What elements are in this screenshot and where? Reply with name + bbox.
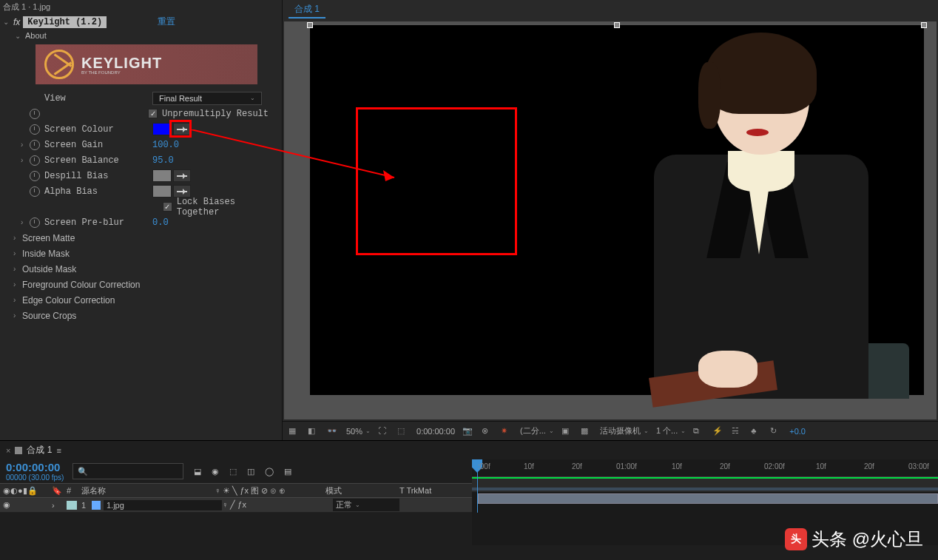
lock-biases-checkbox[interactable]: ✓ xyxy=(163,202,172,212)
layer-name[interactable]: 1.jpg xyxy=(104,500,222,510)
draft3d-icon[interactable]: ◉ xyxy=(212,467,219,476)
stopwatch-icon[interactable] xyxy=(30,109,40,119)
chevron-right-icon[interactable]: › xyxy=(21,141,30,149)
logo-text: KEYLIGHT xyxy=(81,55,162,71)
chevron-right-icon[interactable]: › xyxy=(13,249,22,257)
mask-icon[interactable]: 👓 xyxy=(327,426,339,436)
roi-icon[interactable]: ▣ xyxy=(561,426,573,436)
timeline-timecode[interactable]: 0:00:00:00 xyxy=(6,461,64,473)
ruler-tick: :00f xyxy=(478,462,490,470)
chevron-down-icon[interactable]: ⌄ xyxy=(3,18,9,26)
section-edge-colour-correction[interactable]: Edge Colour Correction xyxy=(22,295,115,306)
pixel-aspect-icon[interactable]: ⧉ xyxy=(693,426,705,436)
chevron-right-icon[interactable]: › xyxy=(13,311,22,320)
index-header: # xyxy=(67,486,81,495)
selection-handle[interactable] xyxy=(921,22,927,28)
trkmat-header[interactable]: T TrkMat xyxy=(399,486,431,495)
source-name-header[interactable]: 源名称 xyxy=(81,485,215,496)
chevron-right-icon[interactable]: › xyxy=(21,156,30,164)
resolution-dropdown[interactable]: (二分...⌄ xyxy=(520,425,554,436)
eyedropper-button[interactable] xyxy=(173,185,191,198)
eyedropper-button[interactable] xyxy=(173,123,191,135)
timeline-tab[interactable]: 合成 1 xyxy=(27,444,52,456)
comp-mini-flowchart-icon[interactable]: ⬓ xyxy=(194,467,201,476)
watermark: 头 头条 @火心旦 xyxy=(785,527,923,551)
chevron-right-icon[interactable]: › xyxy=(13,296,22,304)
current-time[interactable]: 0:00:00:00 xyxy=(416,427,455,436)
stopwatch-icon[interactable] xyxy=(30,124,40,135)
eyedropper-icon xyxy=(177,175,187,177)
layer-switches[interactable]: ♀ ╱ ƒx xyxy=(222,500,333,510)
selection-handle[interactable] xyxy=(307,22,313,28)
reset-link[interactable]: 重置 xyxy=(158,16,175,28)
section-source-crops[interactable]: Source Crops xyxy=(22,311,76,321)
time-ruler[interactable]: :00f 10f 20f 01:00f 10f 20f 02:00f 10f 2… xyxy=(472,459,938,477)
layer-duration-bar[interactable] xyxy=(478,493,938,504)
transparency-icon[interactable]: ▩ xyxy=(581,426,593,436)
chevron-down-icon[interactable]: ⌄ xyxy=(15,32,21,40)
safezone-icon[interactable]: ⬚ xyxy=(397,426,409,436)
motion-blur-icon[interactable]: ◯ xyxy=(265,467,274,476)
chevron-right-icon[interactable]: › xyxy=(13,280,22,289)
section-fg-colour-correction[interactable]: Foreground Colour Correction xyxy=(22,280,140,290)
ruler-tick: 10f xyxy=(524,462,534,470)
toggle-icon[interactable]: ◧ xyxy=(308,426,320,436)
mode-header[interactable]: 模式 xyxy=(325,485,399,496)
composition-viewport[interactable] xyxy=(284,21,937,419)
camera-dropdown[interactable]: 活动摄像机⌄ xyxy=(600,425,649,436)
section-inside-mask[interactable]: Inside Mask xyxy=(22,249,70,259)
comp-icon xyxy=(15,447,22,454)
despill-swatch[interactable] xyxy=(152,169,172,182)
fx-badge-icon[interactable]: fx xyxy=(13,17,20,27)
zoom-dropdown[interactable]: 50%⌄ xyxy=(346,427,371,436)
layer-av-toggles[interactable]: ◉ xyxy=(0,500,52,510)
chevron-right-icon[interactable]: › xyxy=(13,234,22,242)
chevron-right-icon[interactable]: › xyxy=(21,218,30,226)
exposure-value[interactable]: +0.0 xyxy=(789,427,806,436)
panel-menu-icon[interactable]: ≡ xyxy=(56,446,61,455)
section-screen-matte[interactable]: Screen Matte xyxy=(22,233,75,243)
views-dropdown[interactable]: 1 个...⌄ xyxy=(656,425,686,436)
snapshot-icon[interactable]: 📷 xyxy=(462,426,474,436)
fast-preview-icon[interactable]: ⚡ xyxy=(712,426,724,436)
view-dropdown[interactable]: Final Result ⌄ xyxy=(152,92,262,105)
layer-row[interactable]: ◉ › 1 1.jpg ♀ ╱ ƒx 正常⌄ xyxy=(0,498,472,513)
alpha-bias-swatch[interactable] xyxy=(152,185,172,198)
screen-balance-value[interactable]: 95.0 xyxy=(152,155,174,166)
timeline-search[interactable]: 🔍 xyxy=(72,463,183,479)
composition-tab[interactable]: 合成 1 xyxy=(289,1,325,18)
frame-blend-icon[interactable]: ◫ xyxy=(247,467,254,476)
stopwatch-icon[interactable] xyxy=(30,171,40,181)
reset-exposure-icon[interactable]: ↻ xyxy=(770,426,782,436)
timeline-icon[interactable]: ☵ xyxy=(732,426,743,436)
work-area-bar[interactable] xyxy=(472,488,938,490)
screen-colour-swatch[interactable] xyxy=(152,123,172,135)
grid-icon[interactable]: ▦ xyxy=(289,426,300,436)
stopwatch-icon[interactable] xyxy=(30,140,40,150)
channel-icon[interactable]: ⊗ xyxy=(482,426,493,436)
eyedropper-button[interactable] xyxy=(173,169,191,182)
stopwatch-icon[interactable] xyxy=(30,186,40,197)
shy-icon[interactable]: ⬚ xyxy=(229,467,237,476)
layer-color-label[interactable] xyxy=(67,501,77,510)
blend-mode-dropdown[interactable]: 正常⌄ xyxy=(333,499,399,511)
stopwatch-icon[interactable] xyxy=(30,217,40,228)
section-outside-mask[interactable]: Outside Mask xyxy=(22,264,76,274)
unpremultiply-checkbox[interactable]: ✓ xyxy=(148,109,158,118)
graph-editor-icon[interactable]: ▤ xyxy=(284,467,291,476)
unpremultiply-label: Unpremultiply Result xyxy=(162,109,269,119)
flowchart-icon[interactable]: ♣ xyxy=(751,426,763,436)
screen-gain-value[interactable]: 100.0 xyxy=(152,140,179,150)
selection-handle[interactable] xyxy=(614,22,620,28)
effect-name[interactable]: Keylight (1.2) xyxy=(23,16,107,28)
screen-preblur-value[interactable]: 0.0 xyxy=(152,217,169,228)
despill-bias-label: Despill Bias xyxy=(44,171,152,181)
chevron-right-icon[interactable]: › xyxy=(13,265,22,273)
alpha-bias-label: Alpha Bias xyxy=(44,186,152,197)
aspect-icon[interactable]: ⛶ xyxy=(378,426,390,436)
layer-expand[interactable]: › xyxy=(52,501,67,510)
close-icon[interactable]: × xyxy=(6,446,10,455)
stopwatch-icon[interactable] xyxy=(30,155,40,166)
color-mgmt-icon[interactable]: ✷ xyxy=(501,426,513,436)
view-label: View xyxy=(44,93,152,104)
